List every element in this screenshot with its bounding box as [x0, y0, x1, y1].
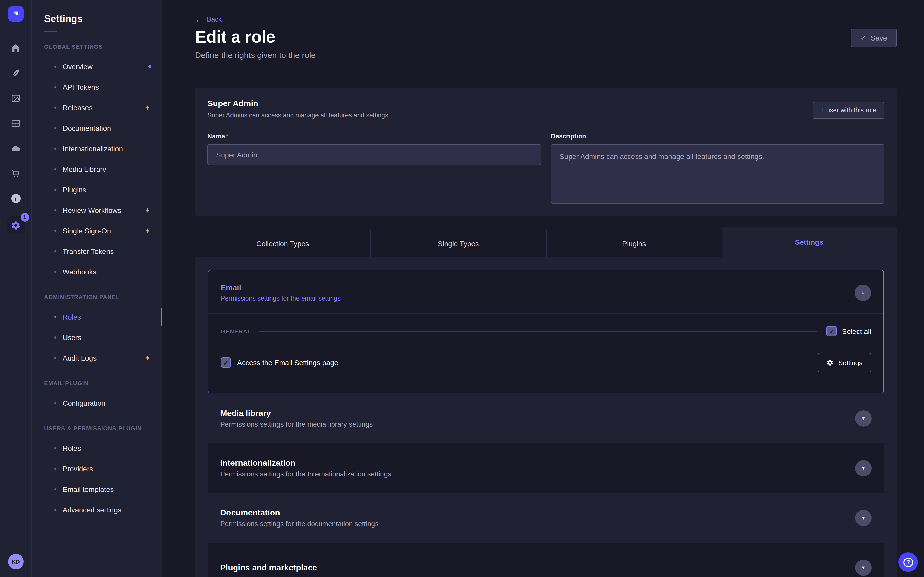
- check-icon: ✓: [829, 327, 834, 335]
- accordion-internationalization[interactable]: Internationalization Permissions setting…: [208, 443, 884, 493]
- back-arrow-icon: ←: [195, 15, 203, 23]
- section-email-plugin: EMAIL PLUGIN Configuration: [32, 377, 162, 413]
- sidebar-item-transfer-tokens[interactable]: Transfer Tokens: [32, 241, 162, 261]
- help-button[interactable]: ?: [898, 552, 918, 572]
- home-icon[interactable]: [8, 40, 23, 55]
- accordion-subtitle: Permissions settings for the email setti…: [221, 295, 341, 302]
- lightning-icon: [144, 227, 152, 234]
- page-subtitle: Define the rights given to the role: [195, 51, 897, 60]
- check-icon: ✓: [860, 34, 866, 42]
- accordion-documentation[interactable]: Documentation Permissions settings for t…: [208, 493, 884, 543]
- tab-single-types[interactable]: Single Types: [371, 230, 547, 257]
- users-with-role-button[interactable]: 1 user with this role: [813, 102, 884, 119]
- accordion-title: Media library: [220, 408, 373, 418]
- lightning-icon: [144, 104, 152, 111]
- back-label: Back: [207, 15, 222, 23]
- check-icon: ✓: [223, 359, 229, 366]
- accordion-email-body: GENERAL ✓ Select all ✓ Access the Email …: [208, 313, 884, 393]
- accordion-subtitle: Permissions settings for the media libra…: [220, 420, 373, 428]
- expand-accordion-button[interactable]: ▼: [855, 559, 872, 576]
- save-label: Save: [871, 34, 887, 42]
- permission-checkbox[interactable]: ✓: [221, 358, 231, 368]
- section-label: GLOBAL SETTINGS: [44, 41, 162, 52]
- sidebar-item-internationalization[interactable]: Internationalization: [32, 139, 162, 159]
- chevron-up-icon: ▲: [861, 290, 865, 295]
- required-mark: *: [226, 133, 228, 140]
- expand-accordion-button[interactable]: ▼: [855, 410, 872, 427]
- general-section-label: GENERAL: [221, 328, 252, 334]
- section-divider: [259, 331, 817, 332]
- accordion-subtitle: Permissions settings for the Internation…: [220, 470, 391, 478]
- help-icon: ?: [903, 557, 913, 567]
- gear-icon[interactable]: 1: [7, 216, 24, 234]
- select-all-checkbox[interactable]: ✓: [827, 326, 837, 337]
- accordion-title: Email: [221, 283, 341, 292]
- page-header: Edit a role ✓ Save: [195, 27, 897, 47]
- general-section-row: GENERAL ✓ Select all: [221, 326, 871, 337]
- name-field[interactable]: [207, 144, 541, 165]
- layout-icon[interactable]: [8, 116, 23, 130]
- main-content: ← Back Edit a role ✓ Save Define the rig…: [162, 0, 924, 577]
- sidebar-item-advanced-settings[interactable]: Advanced settings: [32, 500, 162, 520]
- sidebar-item-media-library[interactable]: Media Library: [32, 159, 162, 179]
- lightning-icon: [144, 207, 152, 214]
- accordion-plugins-marketplace[interactable]: Plugins and marketplace ▼: [208, 543, 884, 577]
- images-icon[interactable]: [8, 91, 23, 105]
- feather-icon[interactable]: [8, 66, 23, 80]
- name-field-group: Name*: [207, 131, 541, 204]
- expand-accordion-button[interactable]: ▼: [855, 460, 872, 476]
- sidebar-item-review-workflows[interactable]: Review Workflows: [32, 200, 162, 221]
- sidebar-item-users[interactable]: Users: [32, 327, 162, 348]
- section-users-permissions-plugin: USERS & PERMISSIONS PLUGIN Roles Provide…: [32, 422, 162, 520]
- collapse-accordion-button[interactable]: ▲: [855, 284, 871, 301]
- name-label: Name*: [207, 133, 228, 140]
- tab-settings[interactable]: Settings: [722, 227, 897, 257]
- expand-accordion-button[interactable]: ▼: [855, 509, 872, 526]
- settings-subnav: Settings GLOBAL SETTINGS Overview API To…: [32, 0, 162, 577]
- accordion-email-header[interactable]: Email Permissions settings for the email…: [208, 270, 884, 313]
- sidebar-item-single-sign-on[interactable]: Single Sign-On: [32, 221, 162, 241]
- lightning-icon: [144, 355, 152, 362]
- sidebar-item-plugins[interactable]: Plugins: [32, 179, 162, 200]
- strapi-logo[interactable]: [8, 6, 23, 21]
- subnav-title-divider: [44, 31, 57, 32]
- sidebar-item-configuration[interactable]: Configuration: [32, 393, 162, 413]
- tab-plugins[interactable]: Plugins: [546, 230, 722, 257]
- sidebar-item-roles-admin[interactable]: Roles: [32, 307, 162, 327]
- accordion-title: Internationalization: [220, 458, 391, 467]
- info-icon[interactable]: i: [8, 191, 23, 206]
- accordion-subtitle: Permissions settings for the documentati…: [220, 520, 379, 527]
- rail-divider: [0, 547, 32, 547]
- sidebar-item-releases[interactable]: Releases: [32, 97, 162, 118]
- sidebar-item-webhooks[interactable]: Webhooks: [32, 261, 162, 282]
- section-label: EMAIL PLUGIN: [44, 377, 162, 389]
- accordion-media-library[interactable]: Media library Permissions settings for t…: [208, 393, 884, 443]
- rail-divider: [0, 28, 32, 28]
- role-card-header: Super Admin Super Admins can access and …: [207, 99, 884, 119]
- description-label: Description: [551, 133, 586, 140]
- sidebar-item-api-tokens[interactable]: API Tokens: [32, 77, 162, 97]
- tab-collection-types[interactable]: Collection Types: [195, 230, 371, 257]
- cloud-icon[interactable]: [8, 141, 23, 155]
- sidebar-item-providers[interactable]: Providers: [32, 459, 162, 479]
- permission-settings-button[interactable]: Settings: [818, 353, 871, 372]
- select-all-label: Select all: [842, 327, 871, 335]
- chevron-down-icon: ▼: [861, 565, 866, 570]
- permissions-tabs: Collection Types Single Types Plugins Se…: [195, 227, 897, 257]
- save-button[interactable]: ✓ Save: [851, 29, 897, 47]
- sidebar-item-overview[interactable]: Overview: [32, 56, 162, 77]
- permission-row: ✓ Access the Email Settings page Setting…: [221, 353, 871, 372]
- description-field[interactable]: Super Admins can access and manage all f…: [551, 144, 884, 204]
- settings-notification-badge: 1: [20, 213, 29, 222]
- cart-icon[interactable]: [8, 166, 23, 181]
- avatar[interactable]: KD: [8, 554, 23, 569]
- sidebar-item-audit-logs[interactable]: Audit Logs: [32, 348, 162, 368]
- sidebar-item-roles-up[interactable]: Roles: [32, 438, 162, 459]
- chevron-down-icon: ▼: [861, 416, 866, 421]
- role-summary: Super Admins can access and manage all f…: [207, 112, 390, 119]
- sidebar-item-documentation[interactable]: Documentation: [32, 118, 162, 139]
- back-link[interactable]: ← Back: [195, 15, 222, 23]
- chevron-down-icon: ▼: [861, 515, 866, 520]
- sidebar-item-email-templates[interactable]: Email templates: [32, 479, 162, 500]
- notification-dot: [149, 65, 152, 68]
